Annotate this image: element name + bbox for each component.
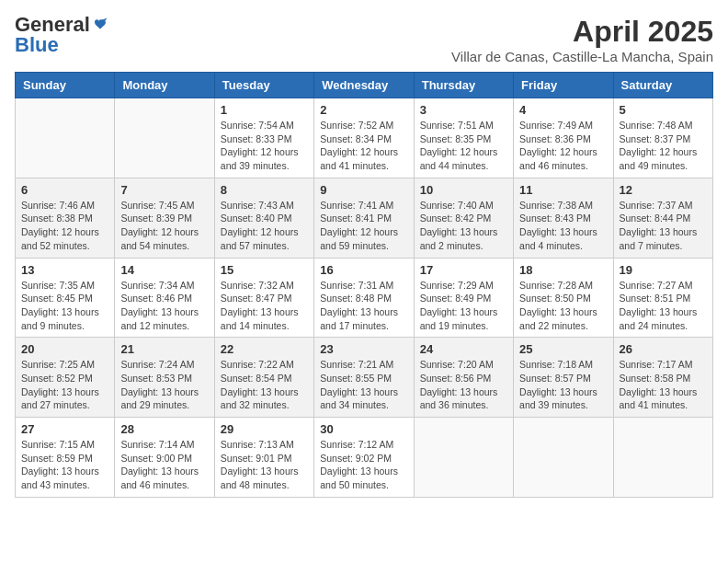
- calendar-cell: 15Sunrise: 7:32 AM Sunset: 8:47 PM Dayli…: [214, 258, 313, 338]
- day-info: Sunrise: 7:34 AM Sunset: 8:46 PM Dayligh…: [120, 279, 208, 333]
- day-number: 4: [519, 103, 607, 117]
- day-info: Sunrise: 7:12 AM Sunset: 9:02 PM Dayligh…: [320, 438, 407, 492]
- day-number: 8: [221, 183, 308, 197]
- day-number: 3: [420, 103, 507, 117]
- logo-bird-icon: [92, 17, 108, 33]
- day-number: 2: [320, 103, 407, 117]
- day-info: Sunrise: 7:18 AM Sunset: 8:57 PM Dayligh…: [519, 358, 607, 412]
- day-info: Sunrise: 7:20 AM Sunset: 8:56 PM Dayligh…: [420, 358, 507, 412]
- day-number: 28: [120, 422, 208, 436]
- day-info: Sunrise: 7:14 AM Sunset: 9:00 PM Dayligh…: [120, 438, 208, 492]
- day-info: Sunrise: 7:27 AM Sunset: 8:51 PM Dayligh…: [620, 279, 707, 333]
- calendar-cell: 8Sunrise: 7:43 AM Sunset: 8:40 PM Daylig…: [214, 178, 313, 258]
- day-number: 29: [221, 422, 308, 436]
- calendar-cell: [414, 418, 513, 498]
- day-info: Sunrise: 7:32 AM Sunset: 8:47 PM Dayligh…: [221, 279, 308, 333]
- calendar-cell: 2Sunrise: 7:52 AM Sunset: 8:34 PM Daylig…: [314, 98, 414, 178]
- weekday-header-tuesday: Tuesday: [214, 73, 313, 98]
- calendar-cell: 18Sunrise: 7:28 AM Sunset: 8:50 PM Dayli…: [514, 258, 613, 338]
- calendar-header-row: SundayMondayTuesdayWednesdayThursdayFrid…: [16, 73, 713, 98]
- day-info: Sunrise: 7:51 AM Sunset: 8:35 PM Dayligh…: [420, 119, 507, 173]
- day-info: Sunrise: 7:21 AM Sunset: 8:55 PM Dayligh…: [320, 358, 407, 412]
- calendar-week-3: 13Sunrise: 7:35 AM Sunset: 8:45 PM Dayli…: [16, 258, 713, 338]
- calendar-cell: 19Sunrise: 7:27 AM Sunset: 8:51 PM Dayli…: [613, 258, 712, 338]
- day-number: 18: [519, 263, 607, 277]
- calendar-week-4: 20Sunrise: 7:25 AM Sunset: 8:52 PM Dayli…: [16, 338, 713, 418]
- logo: General Blue: [15, 15, 108, 55]
- day-info: Sunrise: 7:31 AM Sunset: 8:48 PM Dayligh…: [320, 279, 407, 333]
- logo-blue-text: Blue: [15, 35, 59, 55]
- day-info: Sunrise: 7:52 AM Sunset: 8:34 PM Dayligh…: [320, 119, 407, 173]
- day-info: Sunrise: 7:24 AM Sunset: 8:53 PM Dayligh…: [120, 358, 208, 412]
- calendar-cell: 29Sunrise: 7:13 AM Sunset: 9:01 PM Dayli…: [214, 418, 313, 498]
- calendar-cell: 21Sunrise: 7:24 AM Sunset: 8:53 PM Dayli…: [115, 338, 214, 418]
- weekday-header-friday: Friday: [514, 73, 613, 98]
- calendar-cell: 7Sunrise: 7:45 AM Sunset: 8:39 PM Daylig…: [115, 178, 214, 258]
- day-number: 6: [21, 183, 108, 197]
- calendar-cell: 1Sunrise: 7:54 AM Sunset: 8:33 PM Daylig…: [214, 98, 313, 178]
- day-info: Sunrise: 7:54 AM Sunset: 8:33 PM Dayligh…: [221, 119, 308, 173]
- calendar-week-1: 1Sunrise: 7:54 AM Sunset: 8:33 PM Daylig…: [16, 98, 713, 178]
- calendar-cell: [16, 98, 115, 178]
- calendar-cell: [514, 418, 613, 498]
- weekday-header-wednesday: Wednesday: [314, 73, 414, 98]
- calendar-cell: 5Sunrise: 7:48 AM Sunset: 8:37 PM Daylig…: [613, 98, 712, 178]
- day-number: 14: [120, 263, 208, 277]
- day-number: 12: [620, 183, 707, 197]
- day-info: Sunrise: 7:17 AM Sunset: 8:58 PM Dayligh…: [620, 358, 707, 412]
- day-number: 20: [21, 342, 108, 356]
- calendar-cell: 27Sunrise: 7:15 AM Sunset: 8:59 PM Dayli…: [16, 418, 115, 498]
- day-info: Sunrise: 7:43 AM Sunset: 8:40 PM Dayligh…: [221, 199, 308, 253]
- day-number: 30: [320, 422, 407, 436]
- calendar-cell: 20Sunrise: 7:25 AM Sunset: 8:52 PM Dayli…: [16, 338, 115, 418]
- day-number: 11: [519, 183, 607, 197]
- weekday-header-sunday: Sunday: [16, 73, 115, 98]
- calendar-cell: 24Sunrise: 7:20 AM Sunset: 8:56 PM Dayli…: [414, 338, 513, 418]
- day-number: 13: [21, 263, 108, 277]
- calendar-table: SundayMondayTuesdayWednesdayThursdayFrid…: [15, 72, 713, 498]
- day-number: 26: [620, 342, 707, 356]
- title-area: April 2025 Villar de Canas, Castille-La …: [451, 15, 713, 64]
- day-info: Sunrise: 7:15 AM Sunset: 8:59 PM Dayligh…: [21, 438, 108, 492]
- day-info: Sunrise: 7:46 AM Sunset: 8:38 PM Dayligh…: [21, 199, 108, 253]
- day-info: Sunrise: 7:37 AM Sunset: 8:44 PM Dayligh…: [620, 199, 707, 253]
- day-number: 1: [221, 103, 308, 117]
- calendar-cell: 26Sunrise: 7:17 AM Sunset: 8:58 PM Dayli…: [613, 338, 712, 418]
- day-number: 10: [420, 183, 507, 197]
- calendar-cell: 23Sunrise: 7:21 AM Sunset: 8:55 PM Dayli…: [314, 338, 414, 418]
- day-number: 22: [221, 342, 308, 356]
- calendar-cell: 9Sunrise: 7:41 AM Sunset: 8:41 PM Daylig…: [314, 178, 414, 258]
- day-number: 17: [420, 263, 507, 277]
- calendar-week-2: 6Sunrise: 7:46 AM Sunset: 8:38 PM Daylig…: [16, 178, 713, 258]
- month-title: April 2025: [451, 15, 713, 49]
- day-number: 16: [320, 263, 407, 277]
- day-info: Sunrise: 7:13 AM Sunset: 9:01 PM Dayligh…: [221, 438, 308, 492]
- day-info: Sunrise: 7:35 AM Sunset: 8:45 PM Dayligh…: [21, 279, 108, 333]
- weekday-header-monday: Monday: [115, 73, 214, 98]
- page-header: General Blue April 2025 Villar de Canas,…: [15, 15, 713, 64]
- weekday-header-thursday: Thursday: [414, 73, 513, 98]
- weekday-header-saturday: Saturday: [613, 73, 712, 98]
- calendar-cell: 25Sunrise: 7:18 AM Sunset: 8:57 PM Dayli…: [514, 338, 613, 418]
- day-info: Sunrise: 7:29 AM Sunset: 8:49 PM Dayligh…: [420, 279, 507, 333]
- day-number: 15: [221, 263, 308, 277]
- day-number: 27: [21, 422, 108, 436]
- calendar-week-5: 27Sunrise: 7:15 AM Sunset: 8:59 PM Dayli…: [16, 418, 713, 498]
- calendar-cell: 30Sunrise: 7:12 AM Sunset: 9:02 PM Dayli…: [314, 418, 414, 498]
- day-number: 23: [320, 342, 407, 356]
- day-number: 9: [320, 183, 407, 197]
- calendar-cell: [613, 418, 712, 498]
- calendar-cell: 28Sunrise: 7:14 AM Sunset: 9:00 PM Dayli…: [115, 418, 214, 498]
- calendar-cell: 12Sunrise: 7:37 AM Sunset: 8:44 PM Dayli…: [613, 178, 712, 258]
- day-number: 7: [120, 183, 208, 197]
- day-number: 19: [620, 263, 707, 277]
- calendar-cell: 6Sunrise: 7:46 AM Sunset: 8:38 PM Daylig…: [16, 178, 115, 258]
- calendar-cell: 16Sunrise: 7:31 AM Sunset: 8:48 PM Dayli…: [314, 258, 414, 338]
- day-info: Sunrise: 7:40 AM Sunset: 8:42 PM Dayligh…: [420, 199, 507, 253]
- calendar-cell: 14Sunrise: 7:34 AM Sunset: 8:46 PM Dayli…: [115, 258, 214, 338]
- day-info: Sunrise: 7:22 AM Sunset: 8:54 PM Dayligh…: [221, 358, 308, 412]
- location-subtitle: Villar de Canas, Castille-La Mancha, Spa…: [451, 49, 713, 64]
- calendar-cell: 10Sunrise: 7:40 AM Sunset: 8:42 PM Dayli…: [414, 178, 513, 258]
- calendar-cell: 11Sunrise: 7:38 AM Sunset: 8:43 PM Dayli…: [514, 178, 613, 258]
- day-info: Sunrise: 7:38 AM Sunset: 8:43 PM Dayligh…: [519, 199, 607, 253]
